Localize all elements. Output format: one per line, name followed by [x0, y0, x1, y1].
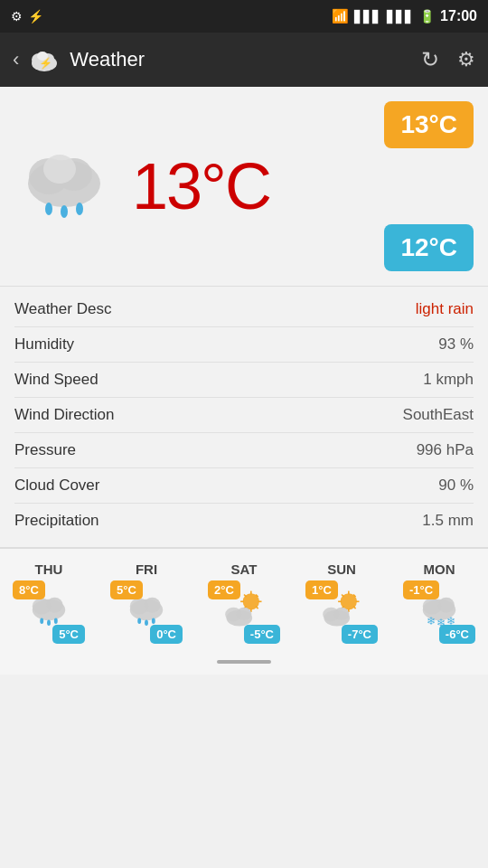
- status-left-icons: ⚙ ⚡: [11, 9, 43, 24]
- svg-text:⚡: ⚡: [39, 56, 52, 70]
- charge-icon: ⚡: [28, 9, 43, 24]
- forecast-hi-badge: 2°C: [208, 580, 240, 599]
- forecast-day-name: SAT: [231, 561, 258, 577]
- svg-point-47: [334, 608, 350, 620]
- main-temperature: 13°C: [132, 149, 270, 223]
- status-time: 17:00: [440, 8, 477, 24]
- forecast-lo-badge: -5°C: [244, 625, 280, 644]
- detail-row: Humidity 93 %: [14, 327, 474, 363]
- forecast-day-name: FRI: [136, 561, 157, 577]
- forecast-hi-badge: 1°C: [305, 580, 338, 599]
- app-bar-right: ↻ ⚙: [421, 47, 475, 72]
- svg-point-15: [40, 618, 43, 625]
- forecast-day: MON -1°C ❄ ❄ ❄ -6°C: [390, 558, 488, 647]
- detail-row: Precipitation 1.5 mm: [14, 504, 474, 538]
- detail-label: Cloud Cover: [14, 476, 100, 495]
- detail-row: Pressure 996 hPa: [14, 433, 474, 468]
- detail-value: 1 kmph: [423, 371, 474, 389]
- app-bar: ‹ ⚡ Weather ↻ ⚙: [0, 33, 488, 87]
- svg-point-35: [237, 608, 252, 620]
- svg-point-8: [43, 155, 76, 184]
- detail-label: Pressure: [14, 441, 76, 459]
- detail-value: 1.5 mm: [422, 512, 474, 530]
- status-bar: ⚙ ⚡ 📶 ▋▋▋ ▋▋▋ 🔋 17:00: [0, 0, 488, 33]
- svg-point-21: [137, 618, 141, 625]
- forecast-day-name: THU: [35, 561, 63, 577]
- settings-button[interactable]: ⚙: [457, 48, 475, 71]
- app-title: Weather: [70, 48, 145, 71]
- weather-details: Weather Desc light rain Humidity 93 % Wi…: [0, 286, 488, 547]
- forecast-day-name: SUN: [327, 561, 356, 577]
- detail-value: 90 %: [438, 476, 474, 495]
- forecast-lo-badge: -6°C: [439, 625, 475, 644]
- status-right-icons: 📶 ▋▋▋ ▋▋▋ 🔋 17:00: [332, 8, 477, 24]
- detail-label: Precipitation: [14, 512, 99, 530]
- forecast-icon-area: 8°C 5°C: [13, 580, 85, 644]
- svg-point-22: [145, 619, 148, 626]
- svg-line-42: [353, 607, 356, 609]
- svg-text:❄: ❄: [427, 615, 436, 627]
- battery-icon: 🔋: [419, 9, 435, 24]
- forecast-icon-area: 2°C -5°C: [208, 580, 280, 644]
- weather-icon-area: 13°C: [14, 137, 270, 236]
- forecast-lo-badge: 5°C: [52, 625, 85, 644]
- detail-label: Wind Direction: [14, 406, 115, 424]
- svg-point-20: [144, 598, 160, 613]
- forecast-day: SUN 1°C -7°C: [293, 558, 390, 647]
- weather-main: 13°C 13°C 12°C: [0, 87, 488, 286]
- refresh-button[interactable]: ↻: [421, 47, 439, 72]
- detail-row: Wind Speed 1 kmph: [14, 363, 474, 398]
- forecast-hi-badge: 8°C: [13, 580, 45, 599]
- app-logo-icon: ⚡: [28, 43, 61, 76]
- svg-point-50: [438, 598, 455, 613]
- wifi-icon: 📶: [332, 8, 349, 24]
- forecast-icon-area: 5°C 0°C: [110, 580, 183, 644]
- svg-point-17: [54, 618, 58, 625]
- forecast-day: FRI 5°C 0°C: [98, 558, 195, 647]
- rain-cloud-icon: [14, 137, 114, 236]
- detail-row: Wind Direction SouthEast: [14, 398, 474, 433]
- app-bar-left: ‹ ⚡ Weather: [13, 43, 145, 76]
- temp-high-badge: 13°C: [384, 101, 474, 148]
- detail-value: light rain: [416, 300, 474, 318]
- svg-line-41: [342, 595, 344, 598]
- forecast-day: SAT 2°C -5°C: [195, 558, 293, 647]
- forecast-scroll[interactable]: THU 8°C 5°C FRI 5°C 0°C: [0, 558, 488, 647]
- detail-value: 996 hPa: [417, 441, 474, 459]
- forecast-day-name: MON: [424, 561, 455, 577]
- usb-icon: ⚙: [11, 9, 23, 24]
- svg-point-10: [61, 205, 68, 218]
- back-button[interactable]: ‹: [13, 48, 19, 71]
- svg-point-9: [45, 203, 52, 215]
- forecast-strip: THU 8°C 5°C FRI 5°C 0°C: [0, 547, 488, 675]
- svg-point-14: [46, 598, 62, 613]
- svg-line-29: [244, 595, 247, 598]
- detail-label: Wind Speed: [14, 371, 99, 389]
- svg-point-16: [47, 619, 51, 626]
- svg-line-30: [256, 607, 258, 609]
- detail-row: Cloud Cover 90 %: [14, 468, 474, 504]
- forecast-icon-area: 1°C -7°C: [305, 580, 378, 644]
- detail-label: Weather Desc: [14, 300, 111, 318]
- svg-point-11: [76, 203, 83, 215]
- detail-value: SouthEast: [403, 406, 474, 424]
- detail-value: 93 %: [438, 335, 474, 354]
- detail-row: Weather Desc light rain: [14, 292, 474, 327]
- forecast-hi-badge: 5°C: [110, 580, 143, 599]
- svg-point-23: [152, 618, 155, 625]
- forecast-lo-badge: -7°C: [342, 625, 378, 644]
- forecast-lo-badge: 0°C: [150, 625, 183, 644]
- signal2-icon: ▋▋▋: [387, 10, 414, 24]
- forecast-day: THU 8°C 5°C: [0, 558, 98, 647]
- forecast-hi-badge: -1°C: [403, 580, 439, 599]
- detail-label: Humidity: [14, 335, 74, 354]
- forecast-icon-area: -1°C ❄ ❄ ❄ -6°C: [403, 580, 475, 644]
- signal1-icon: ▋▋▋: [354, 10, 381, 24]
- temp-low-badge: 12°C: [384, 224, 474, 271]
